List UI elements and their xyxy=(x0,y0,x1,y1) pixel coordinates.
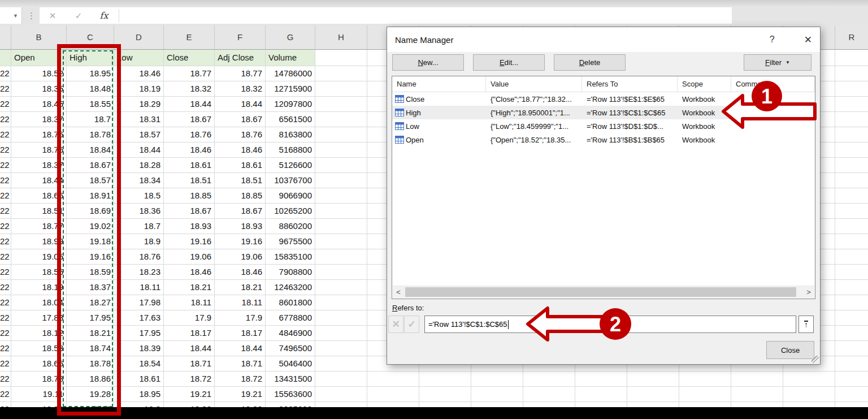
header-cell[interactable]: Adj Close xyxy=(215,50,266,66)
data-cell[interactable]: 18.51 xyxy=(11,204,67,219)
scrollbar-track[interactable] xyxy=(404,286,803,298)
data-cell[interactable]: 18.93 xyxy=(215,219,266,234)
data-cell[interactable] xyxy=(471,387,523,402)
data-cell[interactable]: 10265200 xyxy=(266,204,315,219)
data-cell[interactable]: 5168800 xyxy=(266,142,315,158)
data-cell[interactable]: 8601800 xyxy=(266,295,315,310)
data-cell[interactable] xyxy=(835,280,868,295)
data-cell[interactable]: 18.29 xyxy=(114,97,164,112)
data-cell[interactable] xyxy=(315,356,367,372)
data-cell[interactable]: 18.36 xyxy=(114,204,164,219)
data-cell[interactable]: 22 xyxy=(0,341,11,356)
data-cell[interactable] xyxy=(835,265,868,280)
data-cell[interactable] xyxy=(315,280,367,295)
data-cell[interactable]: 18.67 xyxy=(67,158,114,173)
data-cell[interactable]: 18.44 xyxy=(164,97,215,112)
data-cell[interactable]: 19.06 xyxy=(164,249,215,265)
column-header-G[interactable]: G xyxy=(266,25,315,49)
column-header-scope[interactable]: Scope xyxy=(678,76,731,92)
data-cell[interactable] xyxy=(315,142,367,158)
data-cell[interactable]: 19.28 xyxy=(67,387,114,402)
data-cell[interactable] xyxy=(783,372,835,387)
data-cell[interactable]: 12463200 xyxy=(266,280,315,295)
data-cell[interactable]: 19.16 xyxy=(164,234,215,249)
data-cell[interactable] xyxy=(523,387,575,402)
column-header-F[interactable]: F xyxy=(215,25,266,49)
data-cell[interactable]: 18.48 xyxy=(67,81,114,97)
data-cell[interactable]: 22 xyxy=(0,310,11,326)
data-cell[interactable]: 18.72 xyxy=(215,372,266,387)
name-list-item-open[interactable]: Open{"Open";"18.52";"18.35...='Row 113'!… xyxy=(392,133,815,146)
data-cell[interactable]: 18.11 xyxy=(215,295,266,310)
data-cell[interactable]: 18.5 xyxy=(114,188,164,204)
data-cell[interactable]: 18.44 xyxy=(11,173,67,188)
data-cell[interactable] xyxy=(315,234,367,249)
data-cell[interactable]: 18.67 xyxy=(164,112,215,127)
data-cell[interactable]: 18.77 xyxy=(164,66,215,81)
column-header-H[interactable]: H xyxy=(315,25,367,49)
data-cell[interactable]: 22 xyxy=(0,372,11,387)
data-cell[interactable] xyxy=(315,127,367,142)
data-cell[interactable] xyxy=(315,66,367,81)
data-cell[interactable]: 18.46 xyxy=(215,265,266,280)
data-cell[interactable] xyxy=(367,372,419,387)
name-box[interactable]: ▼ xyxy=(0,7,22,24)
data-cell[interactable]: 18.39 xyxy=(114,341,164,356)
data-cell[interactable] xyxy=(315,265,367,280)
data-cell[interactable]: 18.46 xyxy=(215,142,266,158)
data-cell[interactable] xyxy=(315,97,367,112)
data-cell[interactable]: 18.51 xyxy=(164,173,215,188)
data-cell[interactable]: 17.95 xyxy=(67,310,114,326)
data-cell[interactable]: 17.88 xyxy=(11,310,67,326)
scroll-right-icon[interactable]: > xyxy=(803,286,814,298)
data-cell[interactable] xyxy=(367,387,419,402)
data-cell[interactable]: 18.51 xyxy=(215,173,266,188)
close-icon[interactable]: ✕ xyxy=(804,34,812,46)
data-cell[interactable]: 22 xyxy=(0,219,11,234)
data-cell[interactable]: 18.78 xyxy=(67,127,114,142)
data-cell[interactable]: 15563600 xyxy=(266,387,315,402)
data-cell[interactable]: 18.17 xyxy=(215,326,266,341)
data-cell[interactable]: 22 xyxy=(0,234,11,249)
data-cell[interactable] xyxy=(835,81,868,97)
data-cell[interactable]: 18.86 xyxy=(67,372,114,387)
data-cell[interactable]: 18.56 xyxy=(11,265,67,280)
data-cell[interactable]: 18.28 xyxy=(114,158,164,173)
header-cell[interactable]: Low xyxy=(114,50,164,66)
data-cell[interactable]: 18.52 xyxy=(11,66,67,81)
data-cell[interactable]: 7908800 xyxy=(266,265,315,280)
data-cell[interactable]: 18.35 xyxy=(11,81,67,97)
data-cell[interactable]: 18.67 xyxy=(164,204,215,219)
formula-bar[interactable]: ✕ ✓ fx xyxy=(40,7,732,24)
data-cell[interactable]: 18.67 xyxy=(215,112,266,127)
data-cell[interactable]: 22 xyxy=(0,387,11,402)
data-cell[interactable] xyxy=(835,295,868,310)
data-cell[interactable] xyxy=(835,204,868,219)
data-cell[interactable]: 6561500 xyxy=(266,112,315,127)
data-cell[interactable]: 18.9 xyxy=(114,234,164,249)
column-header-B[interactable]: B xyxy=(11,25,67,49)
data-cell[interactable]: 6778800 xyxy=(266,310,315,326)
header-cell[interactable]: Close xyxy=(164,50,215,66)
header-cell[interactable]: High xyxy=(67,50,114,66)
column-header-name[interactable]: Name xyxy=(392,76,486,92)
data-cell[interactable]: 22 xyxy=(0,188,11,204)
data-cell[interactable] xyxy=(315,112,367,127)
data-cell[interactable]: 18.11 xyxy=(114,280,164,295)
data-cell[interactable]: 18.85 xyxy=(164,188,215,204)
data-cell[interactable]: 18.44 xyxy=(215,97,266,112)
data-cell[interactable]: 22 xyxy=(0,280,11,295)
data-cell[interactable]: 22 xyxy=(0,66,11,81)
data-cell[interactable]: 22 xyxy=(0,127,11,142)
data-cell[interactable] xyxy=(315,158,367,173)
header-cell[interactable] xyxy=(0,50,11,66)
help-icon[interactable]: ? xyxy=(770,34,775,45)
data-cell[interactable]: 17.98 xyxy=(114,295,164,310)
data-cell[interactable]: 18.7 xyxy=(114,219,164,234)
data-cell[interactable] xyxy=(315,372,367,387)
data-cell[interactable]: 22 xyxy=(0,326,11,341)
column-header-R[interactable]: R xyxy=(835,25,868,49)
data-cell[interactable] xyxy=(731,372,783,387)
data-cell[interactable] xyxy=(835,127,868,142)
column-header-E[interactable]: E xyxy=(164,25,215,49)
